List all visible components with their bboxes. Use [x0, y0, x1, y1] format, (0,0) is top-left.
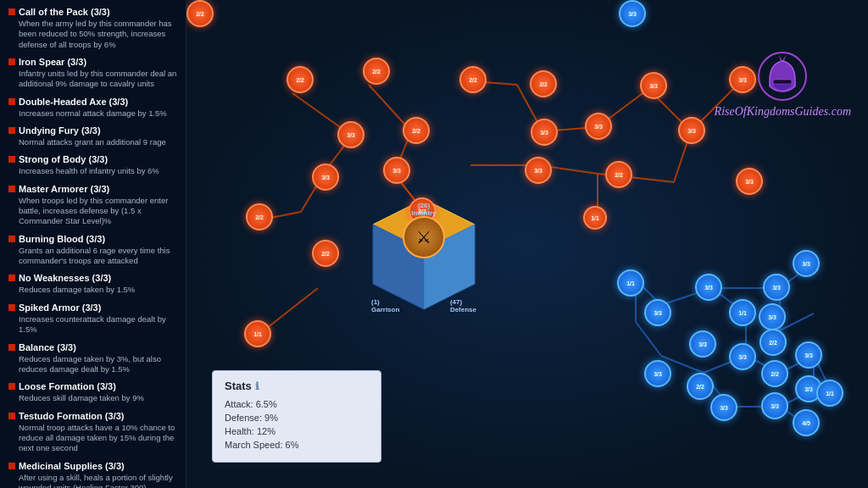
node-row3-3[interactable]: 3/3 — [531, 119, 558, 146]
skills-list: Call of the Pack (3/3) When the army led… — [8, 7, 177, 488]
skill-item: Testudo Formation (3/3) Normal troop att… — [8, 411, 177, 454]
garrison-label: (1) Garrison — [371, 298, 399, 313]
skill-item: No Weaknesses (3/3) Reduces damage taken… — [8, 273, 177, 295]
node-row3-4[interactable]: 3/3 — [585, 113, 612, 140]
node-row3-5[interactable]: 3/3 — [678, 117, 705, 144]
stat-row: March Speed: 6% — [225, 440, 369, 450]
node-top2[interactable]: 2/2 — [363, 58, 390, 85]
stats-title: Stats ℹ — [225, 380, 369, 392]
skill-item: Iron Spear (3/3) Infantry units led by t… — [8, 57, 177, 90]
stats-rows: Attack: 6.5%Defense: 9%Health: 12%March … — [225, 399, 369, 450]
node-center[interactable]: 1/1 — [583, 206, 607, 230]
skill-item: Double-Headed Axe (3/3) Increases normal… — [8, 97, 177, 119]
node-row4-4[interactable]: 2/2 — [605, 161, 632, 188]
blue-node-9[interactable]: 2/2 — [761, 360, 788, 387]
skill-item: Undying Fury (3/3) Normal attacks grant … — [8, 125, 177, 147]
node-row4-6[interactable]: 3/3 — [736, 168, 763, 195]
blue-node-14[interactable]: 3/3 — [710, 394, 737, 421]
svg-rect-45 — [773, 80, 792, 84]
stat-row: Defense: 9% — [225, 413, 369, 423]
commander-cube: ⚔ (26) Infantry (1) Garrison (47) Defens… — [356, 195, 492, 330]
skill-item: Call of the Pack (3/3) When the army led… — [8, 7, 177, 50]
node-row3-2[interactable]: 3/3 — [383, 157, 410, 184]
blue-node-3[interactable]: 3/3 — [695, 274, 722, 301]
blue-node-17[interactable]: 1/1 — [816, 380, 843, 407]
node-mid2[interactable]: 2/2 — [403, 117, 430, 144]
blue-node-1[interactable]: 1/1 — [617, 269, 644, 297]
blue-node-16[interactable]: 4/5 — [793, 409, 820, 436]
blue-node-19[interactable]: 2/2 — [760, 329, 787, 356]
skill-tree-main: 2/2 2/2 3/3 2/2 2/2 2/2 3/3 3/3 3/3 3/3 … — [186, 0, 868, 488]
blue-node-13[interactable]: 2/2 — [687, 373, 714, 400]
node-top1[interactable]: 2/2 — [287, 66, 314, 93]
node-top3[interactable]: 2/2 — [459, 66, 487, 93]
skills-sidebar: Call of the Pack (3/3) When the army led… — [0, 0, 186, 488]
node-mid1[interactable]: 3/3 — [337, 121, 364, 148]
blue-node-15[interactable]: 3/3 — [761, 392, 788, 419]
blue-node-5[interactable]: 3/3 — [763, 274, 790, 301]
blue-node-4[interactable]: 1/1 — [729, 299, 756, 326]
infantry-label: (26) Infantry — [411, 202, 436, 217]
skill-item: Spiked Armor (3/3) Increases counteratta… — [8, 302, 177, 336]
stat-row: Health: 12% — [225, 426, 369, 436]
blue-node-20[interactable]: 3/3 — [689, 330, 716, 358]
blue-node-2[interactable]: 3/3 — [644, 299, 671, 326]
node-row4-5[interactable]: 2/2 — [186, 0, 214, 27]
skill-item: Medicinal Supplies (3/3) After using a s… — [8, 461, 177, 488]
node-bot1[interactable]: 1/1 — [244, 320, 271, 347]
blue-node-8[interactable]: 3/3 — [729, 343, 756, 370]
node-top4[interactable]: 2/2 — [530, 70, 557, 97]
skill-item: Strong of Body (3/3) Increases health of… — [8, 154, 177, 176]
site-watermark-text: RiseOfKingdomsGuides.com — [715, 105, 851, 119]
node-row3-1[interactable]: 3/3 — [312, 164, 339, 191]
node-top5[interactable]: 3/3 — [640, 72, 667, 99]
skill-item: Balance (3/3) Reduces damage taken by 3%… — [8, 342, 177, 375]
blue-node-6[interactable]: 3/3 — [793, 250, 820, 277]
node-row4-1[interactable]: 2/2 — [246, 203, 273, 230]
svg-line-31 — [636, 322, 661, 356]
stat-row: Attack: 6.5% — [225, 399, 369, 409]
blue-node-18[interactable]: 3/3 — [759, 303, 786, 330]
watermark: RiseOfKingdomsGuides.com — [715, 51, 851, 119]
blue-node-10[interactable]: 3/3 — [795, 341, 822, 369]
node-bot2[interactable]: 2/2 — [312, 240, 339, 267]
blue-node-12[interactable]: 3/3 — [644, 360, 671, 387]
node-row4-3[interactable]: 3/3 — [525, 157, 552, 184]
defense-label: (47) Defense — [450, 298, 476, 313]
skill-item: Master Armorer (3/3) When troops led by … — [8, 184, 177, 227]
skill-item: Burning Blood (3/3) Grants an additional… — [8, 234, 177, 267]
blue-node-7[interactable]: 3/3 — [619, 0, 646, 27]
commander-portrait: ⚔ — [403, 216, 445, 258]
helmet-icon — [757, 51, 808, 102]
stats-panel: Stats ℹ Attack: 6.5%Defense: 9%Health: 1… — [212, 370, 381, 463]
skill-item: Loose Formation (3/3) Reduces skill dama… — [8, 381, 177, 403]
